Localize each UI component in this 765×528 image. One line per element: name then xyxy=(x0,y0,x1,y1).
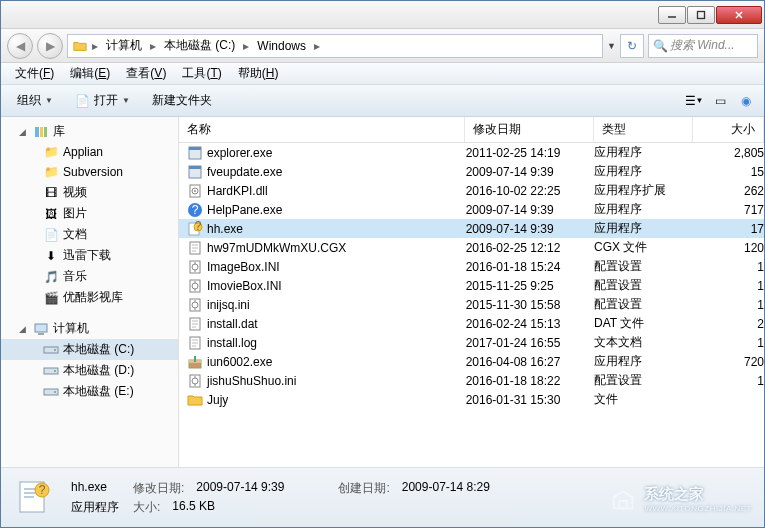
file-date: 2011-02-25 14:19 xyxy=(466,146,594,160)
collapse-icon[interactable]: ◢ xyxy=(19,127,29,137)
sidebar-item[interactable]: 🎬优酷影视库 xyxy=(1,287,178,308)
sidebar-item[interactable]: 🎞视频 xyxy=(1,182,178,203)
file-icon xyxy=(187,316,203,332)
file-row[interactable]: inijsq.ini2015-11-30 15:58配置设置1 xyxy=(179,295,764,314)
back-button[interactable]: ◀ xyxy=(7,33,33,59)
file-list: 名称 修改日期 类型 大小 explorer.exe2011-02-25 14:… xyxy=(179,117,764,467)
collapse-icon[interactable]: ◢ xyxy=(19,324,29,334)
preview-pane-button[interactable]: ▭ xyxy=(710,91,730,111)
file-row[interactable]: ImovieBox.INI2015-11-25 9:25配置设置1 xyxy=(179,276,764,295)
menu-edit[interactable]: 编辑(E) xyxy=(62,63,118,84)
status-filename: hh.exe xyxy=(71,480,121,497)
view-mode-button[interactable]: ☰ ▼ xyxy=(684,91,704,111)
file-row[interactable]: Jujy2016-01-31 15:30文件 xyxy=(179,390,764,409)
file-type: 应用程序 xyxy=(594,163,693,180)
sidebar-item[interactable]: 📁Applian xyxy=(1,142,178,162)
file-type: 配置设置 xyxy=(594,277,693,294)
help-icon[interactable]: ◉ xyxy=(736,91,756,111)
file-size: 17 xyxy=(693,222,764,236)
file-date: 2015-11-25 9:25 xyxy=(466,279,594,293)
svg-rect-6 xyxy=(44,127,47,137)
sidebar-item[interactable]: 📄文档 xyxy=(1,224,178,245)
svg-rect-8 xyxy=(38,333,44,335)
file-row[interactable]: ImageBox.INI2016-01-18 15:24配置设置1 xyxy=(179,257,764,276)
file-icon xyxy=(187,278,203,294)
drive-icon xyxy=(43,363,59,379)
chevron-right-icon: ▸ xyxy=(312,39,322,53)
file-row[interactable]: install.log2017-01-24 16:55文本文档1 xyxy=(179,333,764,352)
file-name: HelpPane.exe xyxy=(207,203,282,217)
close-button[interactable] xyxy=(716,6,762,24)
file-name: fveupdate.exe xyxy=(207,165,282,179)
item-icon: 📄 xyxy=(43,227,59,243)
file-row[interactable]: jishuShuShuo.ini2016-01-18 18:22配置设置1 xyxy=(179,371,764,390)
new-folder-button[interactable]: 新建文件夹 xyxy=(142,88,222,113)
file-name: install.log xyxy=(207,336,257,350)
search-placeholder: 搜索 Wind... xyxy=(670,37,735,54)
sidebar-computer[interactable]: ◢ 计算机 xyxy=(1,318,178,339)
svg-rect-61 xyxy=(24,496,34,498)
svg-rect-18 xyxy=(189,166,201,169)
file-row[interactable]: ?HelpPane.exe2009-07-14 9:39应用程序717 xyxy=(179,200,764,219)
file-name: Jujy xyxy=(207,393,228,407)
breadcrumb[interactable]: ▸ 计算机 ▸ 本地磁盘 (C:) ▸ Windows ▸ xyxy=(67,34,603,58)
file-size: 262 xyxy=(693,184,764,198)
col-name[interactable]: 名称 xyxy=(179,117,465,142)
item-icon: 📁 xyxy=(43,164,59,180)
organize-button[interactable]: 组织 ▼ xyxy=(7,88,63,113)
file-row[interactable]: iun6002.exe2016-04-08 16:27应用程序720 xyxy=(179,352,764,371)
open-icon: 📄 xyxy=(75,94,90,108)
menu-view[interactable]: 查看(V) xyxy=(118,63,174,84)
breadcrumb-computer[interactable]: 计算机 xyxy=(102,37,146,54)
menu-help[interactable]: 帮助(H) xyxy=(230,63,287,84)
refresh-button[interactable]: ↻ xyxy=(620,34,644,58)
svg-point-14 xyxy=(54,391,56,393)
svg-rect-16 xyxy=(189,147,201,150)
sidebar-item[interactable]: 📁Subversion xyxy=(1,162,178,182)
col-size[interactable]: 大小 xyxy=(693,117,764,142)
column-headers: 名称 修改日期 类型 大小 xyxy=(179,117,764,143)
file-row[interactable]: hw97mUDMkWmXU.CGX2016-02-25 12:12CGX 文件1… xyxy=(179,238,764,257)
file-size: 1 xyxy=(693,279,764,293)
file-type: 应用程序 xyxy=(594,353,693,370)
file-date: 2016-02-25 12:12 xyxy=(466,241,594,255)
col-date[interactable]: 修改日期 xyxy=(465,117,593,142)
file-row[interactable]: ?hh.exe2009-07-14 9:39应用程序17 xyxy=(179,219,764,238)
search-input[interactable]: 🔍 搜索 Wind... xyxy=(648,34,758,58)
svg-rect-4 xyxy=(35,127,39,137)
file-row[interactable]: fveupdate.exe2009-07-14 9:39应用程序15 xyxy=(179,162,764,181)
sidebar-item[interactable]: ⬇迅雷下载 xyxy=(1,245,178,266)
svg-point-12 xyxy=(54,370,56,372)
file-name: ImageBox.INI xyxy=(207,260,280,274)
sidebar-library[interactable]: ◢ 库 xyxy=(1,121,178,142)
breadcrumb-drive[interactable]: 本地磁盘 (C:) xyxy=(160,37,239,54)
file-icon xyxy=(187,297,203,313)
menu-tools[interactable]: 工具(T) xyxy=(174,63,229,84)
menu-file[interactable]: 文件(F) xyxy=(7,63,62,84)
sidebar-item[interactable]: 🎵音乐 xyxy=(1,266,178,287)
col-type[interactable]: 类型 xyxy=(594,117,693,142)
sidebar-drive[interactable]: 本地磁盘 (D:) xyxy=(1,360,178,381)
minimize-button[interactable] xyxy=(658,6,686,24)
forward-button[interactable]: ▶ xyxy=(37,33,63,59)
file-date: 2017-01-24 16:55 xyxy=(466,336,594,350)
file-name: jishuShuShuo.ini xyxy=(207,374,296,388)
sidebar-item[interactable]: 🖼图片 xyxy=(1,203,178,224)
file-size: 720 xyxy=(693,355,764,369)
sidebar-drive[interactable]: 本地磁盘 (C:) xyxy=(1,339,178,360)
file-size: 1 xyxy=(693,374,764,388)
file-row[interactable]: explorer.exe2011-02-25 14:19应用程序2,805 xyxy=(179,143,764,162)
file-size: 1 xyxy=(693,336,764,350)
file-row[interactable]: install.dat2016-02-24 15:13DAT 文件2 xyxy=(179,314,764,333)
breadcrumb-folder[interactable]: Windows xyxy=(253,39,310,53)
chevron-right-icon: ▸ xyxy=(90,39,100,53)
file-type: CGX 文件 xyxy=(594,239,693,256)
content-area: ◢ 库 📁Applian📁Subversion🎞视频🖼图片📄文档⬇迅雷下载🎵音乐… xyxy=(1,117,764,467)
sidebar-drive[interactable]: 本地磁盘 (E:) xyxy=(1,381,178,402)
open-button[interactable]: 📄打开 ▼ xyxy=(65,88,140,113)
maximize-button[interactable] xyxy=(687,6,715,24)
file-name: iun6002.exe xyxy=(207,355,272,369)
drive-icon xyxy=(43,384,59,400)
file-icon xyxy=(187,240,203,256)
file-row[interactable]: HardKPI.dll2016-10-02 22:25应用程序扩展262 xyxy=(179,181,764,200)
